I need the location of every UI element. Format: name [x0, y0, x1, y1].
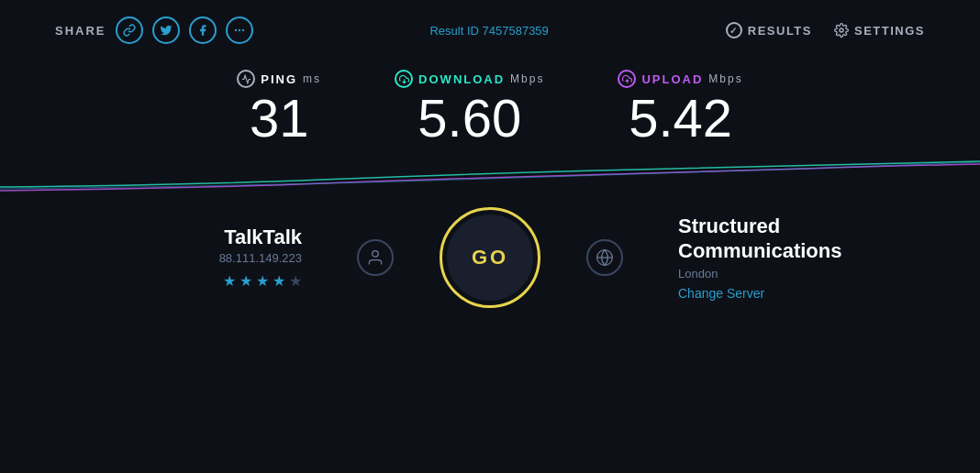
svg-point-2: [241, 29, 243, 31]
header: SHARE Result ID 7457587359 ✓: [0, 0, 980, 60]
download-stat: DOWNLOAD Mbps 5.60: [395, 70, 544, 145]
go-label: GO: [472, 246, 508, 270]
wave-graphic: [0, 152, 980, 198]
result-id-value[interactable]: 7457587359: [483, 24, 549, 38]
globe-icon: [586, 239, 623, 276]
svg-point-0: [234, 29, 236, 31]
results-button[interactable]: ✓ RESULTS: [726, 22, 812, 38]
ping-label: PING ms: [237, 70, 321, 88]
user-icon-wrap: [339, 239, 412, 276]
checkmark-icon: ✓: [726, 22, 742, 38]
server-section: StructuredCommunications London Change S…: [641, 214, 888, 301]
twitter-icon[interactable]: [152, 16, 180, 44]
server-name: StructuredCommunications: [678, 214, 841, 263]
upload-label: UPLOAD Mbps: [618, 70, 742, 88]
server-location: London: [678, 267, 718, 280]
ping-stat: PING ms 31: [237, 70, 321, 145]
go-button-wrap[interactable]: GO: [412, 207, 568, 308]
more-icon[interactable]: [226, 16, 253, 44]
upload-icon: [618, 70, 636, 88]
ping-value: 31: [250, 92, 309, 145]
isp-name: TalkTalk: [224, 226, 302, 249]
go-button[interactable]: GO: [440, 207, 540, 308]
header-right: ✓ RESULTS SETTINGS: [726, 22, 925, 38]
gear-icon: [834, 23, 849, 38]
svg-point-6: [373, 251, 379, 258]
download-value: 5.60: [418, 92, 521, 145]
upload-stat: UPLOAD Mbps 5.42: [618, 70, 742, 145]
settings-button[interactable]: SETTINGS: [834, 23, 925, 38]
isp-section: TalkTalk 88.111.149.223 ★ ★ ★ ★ ★: [92, 226, 339, 290]
change-server-button[interactable]: Change Server: [678, 286, 764, 301]
ping-icon: [237, 70, 255, 88]
download-icon: [395, 70, 413, 88]
stats-row: PING ms 31 DOWNLOAD Mbps 5.60: [237, 70, 742, 145]
globe-icon-wrap: [568, 239, 641, 276]
svg-point-1: [238, 29, 239, 31]
download-label: DOWNLOAD Mbps: [395, 70, 544, 88]
isp-ip: 88.111.149.223: [219, 251, 302, 265]
link-icon[interactable]: [116, 16, 143, 44]
share-section: SHARE: [55, 16, 253, 44]
share-label: SHARE: [55, 24, 106, 38]
bottom-section: TalkTalk 88.111.149.223 ★ ★ ★ ★ ★ GO: [0, 207, 980, 308]
result-id-label: Result ID 7457587359: [429, 24, 548, 38]
isp-stars: ★ ★ ★ ★ ★: [223, 272, 302, 290]
svg-point-3: [840, 28, 843, 32]
user-icon: [357, 239, 394, 276]
facebook-icon[interactable]: [189, 16, 217, 44]
upload-value: 5.42: [629, 92, 732, 145]
